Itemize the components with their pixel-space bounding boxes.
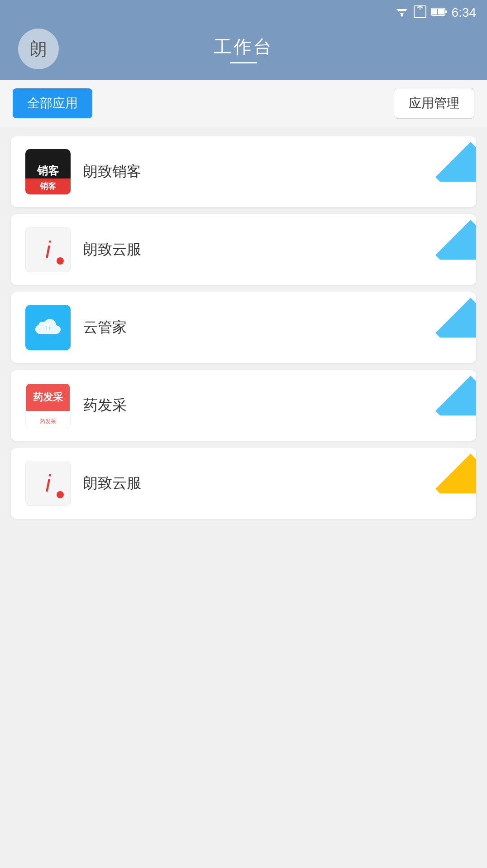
xiaoke-bottom-text: 销客 — [25, 181, 71, 192]
badge-app-xiaoke: APP — [431, 136, 476, 182]
app-name-yaofacai: 药发采 — [83, 395, 127, 415]
app-icon-yaofacai: 药发采 药发采 — [25, 383, 71, 428]
app-icon-langzhi-yunfu: i — [25, 227, 71, 272]
app-manage-button[interactable]: 应用管理 — [394, 88, 474, 119]
app-icon-xiaoke: 销客 销客 — [25, 149, 71, 194]
empty-area — [0, 528, 487, 845]
status-time: 6:34 — [452, 5, 477, 20]
status-icons: 6:34 — [395, 5, 477, 20]
header: 朗 工作台 — [0, 25, 487, 80]
app-name-langzhi-yunfu: 朗致云服 — [83, 240, 141, 260]
app-card-yunguanjia[interactable]: 云管家 APP — [11, 292, 476, 363]
toolbar: 全部应用 应用管理 — [0, 80, 487, 127]
avatar[interactable]: 朗 — [18, 29, 59, 69]
app-name-langzhi-yunfu-web: 朗致云服 — [83, 473, 141, 493]
svg-rect-10 — [432, 9, 444, 14]
all-apps-button[interactable]: 全部应用 — [13, 88, 92, 118]
cloud-svg — [33, 315, 62, 340]
badge-web-langzhi-yunfu: WEB — [431, 448, 476, 493]
page-title: 工作台 — [214, 34, 273, 59]
svg-rect-9 — [445, 10, 447, 13]
app-list: 销客 销客 朗致销客 APP i 朗致云服 APP — [0, 127, 487, 528]
battery-icon — [431, 7, 447, 18]
svg-point-3 — [401, 14, 403, 17]
app-icon-langzhi-yunfu-web: i — [25, 461, 71, 506]
app-name-yunguanjia: 云管家 — [83, 318, 127, 338]
app-card-langzhi-yunfu[interactable]: i 朗致云服 APP — [11, 214, 476, 285]
app-card-langzhi-yunfu-web[interactable]: i 朗致云服 WEB — [11, 448, 476, 519]
badge-app-yaofacai: APP — [431, 370, 476, 415]
status-bar: 6:34 — [0, 0, 487, 25]
header-title-wrapper: 工作台 — [214, 34, 273, 63]
app-card-xiaoke[interactable]: 销客 销客 朗致销客 APP — [11, 136, 476, 207]
title-underline — [230, 62, 257, 63]
app-card-yaofacai[interactable]: 药发采 药发采 药发采 APP — [11, 370, 476, 441]
xiaoke-top-text: 销客 — [37, 164, 59, 180]
badge-app-langzhi-yunfu: APP — [431, 214, 476, 260]
badge-app-yunguanjia: APP — [431, 292, 476, 338]
wifi-icon — [395, 6, 409, 19]
app-name-xiaoke: 朗致销客 — [83, 162, 141, 182]
signal-icon — [414, 5, 426, 20]
app-icon-yunguanjia — [25, 305, 71, 350]
svg-rect-14 — [47, 326, 49, 330]
